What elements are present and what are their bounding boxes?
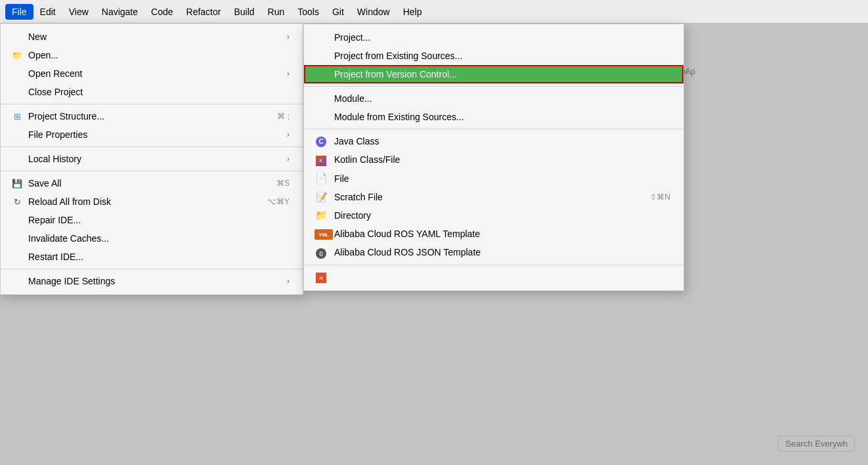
menu-item-save-all-label: Save All [28,178,62,188]
new-arrow: › [287,32,290,41]
submenu-scratch-label: Scratch File [334,192,383,202]
separator-2 [1,146,303,147]
separator-4 [1,269,303,269]
menu-build[interactable]: Build [227,4,261,20]
menu-item-repair-ide[interactable]: Repair IDE... [1,211,303,229]
menu-tools[interactable]: Tools [291,4,326,20]
menu-item-project-structure[interactable]: ⊞ Project Structure... ⌘ ; [1,107,303,125]
reload-shortcut: ⌥⌘Y [267,197,290,206]
menu-refactor[interactable]: Refactor [180,4,228,20]
project-structure-shortcut: ⌘ ; [277,112,290,121]
local-history-arrow: › [287,154,290,164]
menu-item-open[interactable]: 📁 Open... [1,46,303,64]
separator-3 [1,171,303,171]
submenu-item-module-existing[interactable]: Module from Existing Sources... [304,108,684,126]
menu-file[interactable]: File [5,4,33,20]
menu-item-new-label: New [28,32,47,42]
submenu-item-project-vcs[interactable]: Project from Version Control... [304,65,684,83]
menu-item-manage-ide[interactable]: Manage IDE Settings › [1,272,303,290]
menu-item-new[interactable]: New › [1,28,303,46]
submenu-item-html[interactable]: H [304,268,684,287]
file-icon: 📄 [315,173,328,185]
submenu-item-java-class[interactable]: C Java Class [304,132,684,150]
menu-item-close-project[interactable]: Close Project [1,83,303,101]
menu-item-reload-label: Reload All from Disk [28,196,111,207]
open-icon: 📁 [11,51,23,60]
java-class-icon: C [315,135,328,147]
menu-item-file-properties-label: File Properties [28,129,87,140]
open-recent-arrow: › [287,69,290,78]
submenu-item-directory[interactable]: 📁 Directory [304,206,684,225]
save-all-shortcut: ⌘S [276,179,290,188]
submenu-java-class-label: Java Class [334,136,379,146]
submenu-item-module[interactable]: Module... [304,89,684,108]
menu-item-invalidate-label: Invalidate Caches... [28,233,109,244]
menu-item-restart-label: Restart IDE... [28,252,83,262]
reload-icon: ↻ [11,197,23,207]
submenu-sep-1 [304,86,684,87]
new-submenu: Project... Project from Existing Sources… [303,24,684,291]
submenu-alibaba-json-label: Alibaba Cloud ROS JSON Template [334,247,481,257]
menu-item-project-structure-label: Project Structure... [28,111,104,122]
menu-window[interactable]: Window [351,4,397,20]
project-structure-icon: ⊞ [11,112,23,122]
menu-help[interactable]: Help [397,4,429,20]
file-properties-arrow: › [287,130,290,139]
menu-git[interactable]: Git [326,4,351,20]
submenu-file-label: File [334,173,349,184]
menu-item-invalidate[interactable]: Invalidate Caches... [1,229,303,248]
menu-item-open-recent[interactable]: Open Recent › [1,64,303,83]
separator-1 [1,104,303,104]
submenu-directory-label: Directory [334,210,371,221]
submenu-item-scratch[interactable]: 📝 Scratch File ⇧⌘N [304,188,684,206]
submenu-alibaba-yaml-label: Alibaba Cloud ROS YAML Template [334,229,480,239]
scratch-shortcut: ⇧⌘N [650,192,670,202]
submenu-project-vcs-label: Project from Version Control... [334,69,457,79]
alibaba-json-icon: {} [315,246,328,259]
submenu-project-existing-label: Project from Existing Sources... [334,51,462,61]
file-menu: New › 📁 Open... Open Recent › Close Proj… [0,24,303,295]
menu-item-repair-ide-label: Repair IDE... [28,215,81,225]
submenu-kotlin-label: Kotlin Class/File [334,154,400,165]
menu-item-save-all[interactable]: 💾 Save All ⌘S [1,174,303,192]
submenu-module-label: Module... [334,93,372,104]
submenu-sep-2 [304,129,684,129]
menu-navigate[interactable]: Navigate [95,4,144,20]
submenu-item-project-existing[interactable]: Project from Existing Sources... [304,47,684,65]
menu-item-close-project-label: Close Project [28,87,83,97]
menubar: File Edit View Navigate Code Refactor Bu… [0,0,868,24]
menu-item-reload[interactable]: ↻ Reload All from Disk ⌥⌘Y [1,192,303,211]
manage-ide-arrow: › [287,277,290,286]
menu-edit[interactable]: Edit [33,4,62,20]
menu-item-manage-ide-label: Manage IDE Settings [28,276,115,286]
html-icon: H [315,271,328,284]
save-all-icon: 💾 [11,179,23,188]
menu-item-file-properties[interactable]: File Properties › [1,125,303,144]
submenu-item-alibaba-json[interactable]: {} Alibaba Cloud ROS JSON Template [304,243,684,262]
dir-icon: 📁 [315,210,328,221]
menu-item-open-recent-label: Open Recent [28,68,83,79]
scratch-icon: 📝 [315,192,328,202]
alibaba-yaml-icon: YML [315,228,328,240]
submenu-item-alibaba-yaml[interactable]: YML Alibaba Cloud ROS YAML Template [304,225,684,244]
menu-run[interactable]: Run [261,4,292,20]
submenu-module-existing-label: Module from Existing Sources... [334,112,464,122]
submenu-item-kotlin[interactable]: K Kotlin Class/File [304,150,684,169]
submenu-item-file[interactable]: 📄 File [304,169,684,188]
menu-item-open-label: Open... [28,50,58,60]
submenu-item-project[interactable]: Project... [304,28,684,47]
submenu-sep-3 [304,265,684,265]
submenu-project-label: Project... [334,32,370,43]
menu-code[interactable]: Code [144,4,179,20]
menu-item-local-history-label: Local History [28,154,81,164]
kotlin-icon: K [315,154,328,166]
menu-item-restart[interactable]: Restart IDE... [1,248,303,266]
menu-view[interactable]: View [62,4,95,20]
menu-item-local-history[interactable]: Local History › [1,150,303,168]
